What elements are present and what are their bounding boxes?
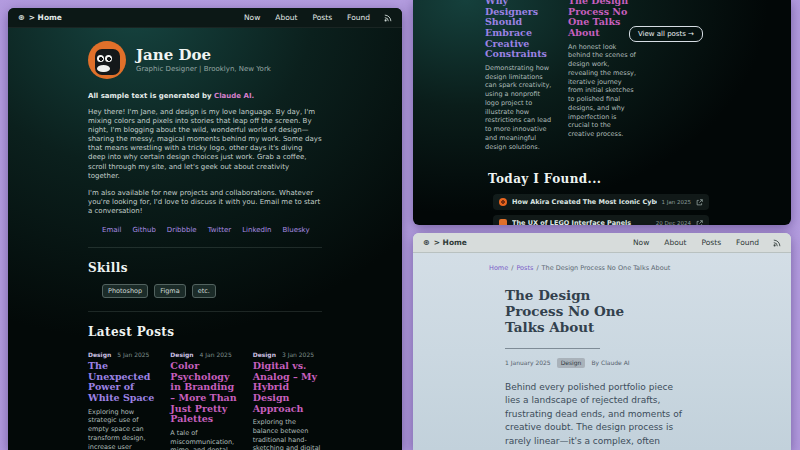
post-category[interactable]: Design [170, 351, 193, 358]
blog-home-window: ⊛ > Home NowAboutPostsFound Jane Doe Gra [8, 8, 402, 450]
posts-grid-continued: Life 2 Jan 2025 Why Designers Should Emb… [485, 0, 638, 151]
post-card: Design 1 Jan 2025 The Design Process No … [568, 0, 638, 151]
skill-tag[interactable]: Figma [154, 284, 186, 298]
social-link[interactable]: Bluesky [282, 226, 309, 234]
profile-name: Jane Doe [136, 47, 271, 64]
bio-paragraph-1: Hey there! I'm Jane, and design is my lo… [88, 108, 322, 181]
avatar [88, 41, 126, 79]
found-list: How Akira Created The Most Iconic CyberP… [493, 194, 709, 225]
social-links: EmailGithubDribbbleTwitterLinkedInBluesk… [102, 226, 322, 234]
social-link[interactable]: Dribbble [167, 226, 197, 234]
post-excerpt: Exploring the balance between traditiona… [253, 418, 322, 450]
post-date: 5 Jan 2025 [117, 351, 149, 358]
post-category[interactable]: Design [88, 351, 111, 358]
nav-link[interactable]: Now [244, 13, 260, 22]
article-tag[interactable]: Design [557, 358, 586, 368]
favicon-icon [499, 219, 507, 225]
today-i-found-heading: Today I Found... [488, 172, 791, 186]
article-window: ⊛ > Home NowAboutPostsFound Home/Posts/T… [413, 233, 791, 450]
found-item-title: The UX of LEGO Interface Panels [512, 219, 651, 225]
post-date: 4 Jan 2025 [200, 351, 232, 358]
profile-tagline: Graphic Designer | Brooklyn, New York [136, 65, 271, 73]
site-header: ⊛ > Home NowAboutPostsFound [8, 8, 402, 28]
view-all-posts-button[interactable]: View all posts → [629, 26, 703, 42]
post-title-link[interactable]: Digital vs. Analog – My Hybrid Design Ap… [253, 361, 322, 414]
post-title-link[interactable]: The Design Process No One Talks About [568, 0, 638, 39]
skills-heading: Skills [88, 261, 322, 275]
home-breadcrumb[interactable]: ⊛ > Home [18, 13, 62, 22]
found-item[interactable]: How Akira Created The Most Iconic CyberP… [493, 194, 709, 210]
post-excerpt: An honest look behind the scenes of desi… [568, 43, 638, 139]
breadcrumb-home-link[interactable]: Home [489, 264, 508, 272]
skill-tag[interactable]: etc. [192, 284, 216, 298]
site-logo-icon: ⊛ [18, 14, 25, 22]
nav-link[interactable]: Posts [701, 238, 721, 247]
external-link-icon [696, 220, 703, 225]
site-logo-icon: ⊛ [423, 239, 430, 247]
found-item[interactable]: The UX of LEGO Interface Panels 20 Dec 2… [493, 215, 709, 225]
post-card: Design 3 Jan 2025 Digital vs. Analog – M… [253, 351, 322, 450]
bio-paragraph-2: I'm also available for new projects and … [88, 189, 322, 216]
scrolled-content: Life 2 Jan 2025 Why Designers Should Emb… [413, 0, 791, 211]
breadcrumb-posts-link[interactable]: Posts [516, 264, 533, 272]
section-divider [88, 311, 322, 312]
breadcrumb-separator: / [536, 264, 538, 272]
breadcrumb-current: The Design Process No One Talks About [542, 264, 671, 272]
found-item-date: 20 Dec 2024 [656, 220, 691, 225]
brand-label: > Home [434, 238, 467, 247]
nav-link[interactable]: Found [347, 13, 370, 22]
sample-text-credit: All sample text is generated by Claude A… [88, 92, 322, 100]
desktop-background: ⊛ > Home NowAboutPostsFound Jane Doe Gra [0, 0, 800, 450]
main-nav: NowAboutPostsFound [244, 13, 370, 22]
post-category[interactable]: Design [253, 351, 276, 358]
brand-label: > Home [29, 13, 62, 22]
home-content: Jane Doe Graphic Designer | Brooklyn, Ne… [8, 28, 402, 450]
post-date: 3 Jan 2025 [282, 351, 314, 358]
found-item-title: How Akira Created The Most Iconic CyberP… [512, 198, 657, 206]
blog-scrolled-window: Life 2 Jan 2025 Why Designers Should Emb… [413, 0, 791, 225]
rss-icon[interactable] [384, 14, 392, 22]
section-divider [88, 247, 322, 248]
article-lead-paragraph: Behind every polished portfolio piece li… [505, 381, 691, 450]
found-item-date: 1 Jan 2025 [662, 199, 691, 205]
post-excerpt: Demonstrating how design limitations can… [485, 64, 555, 152]
breadcrumb-separator: / [511, 264, 513, 272]
claude-ai-link[interactable]: Claude AI. [214, 92, 254, 100]
post-card: Life 2 Jan 2025 Why Designers Should Emb… [485, 0, 555, 151]
social-link[interactable]: Email [102, 226, 121, 234]
external-link-icon [696, 199, 703, 206]
favicon-icon [499, 198, 507, 206]
social-link[interactable]: Twitter [208, 226, 231, 234]
rss-icon[interactable] [773, 239, 781, 247]
post-title-link[interactable]: Why Designers Should Embrace Creative Co… [485, 0, 555, 60]
nav-link[interactable]: Now [633, 238, 649, 247]
post-meta: Design 5 Jan 2025 [88, 351, 157, 358]
article-byline: By Claude AI [591, 359, 629, 366]
mascot-face-icon [95, 49, 120, 75]
title-divider [505, 348, 600, 349]
site-header: ⊛ > Home NowAboutPostsFound [413, 233, 791, 253]
article-date: 1 January 2025 [505, 359, 551, 366]
nav-link[interactable]: About [275, 13, 297, 22]
post-meta: Design 4 Jan 2025 [170, 351, 239, 358]
post-card: Design 5 Jan 2025 The Unexpected Power o… [88, 351, 157, 450]
home-breadcrumb[interactable]: ⊛ > Home [423, 238, 467, 247]
social-link[interactable]: LinkedIn [242, 226, 271, 234]
latest-posts-heading: Latest Posts [88, 325, 322, 339]
article-meta: 1 January 2025 Design By Claude AI [505, 358, 751, 368]
article-body: The Design Process No One Talks About 1 … [505, 287, 751, 450]
breadcrumb: Home/Posts/The Design Process No One Tal… [489, 264, 751, 272]
nav-link[interactable]: Found [736, 238, 759, 247]
skills-tags: PhotoshopFigmaetc. [102, 284, 322, 298]
skill-tag[interactable]: Photoshop [102, 284, 148, 298]
post-title-link[interactable]: The Unexpected Power of White Space [88, 361, 157, 404]
nav-link[interactable]: About [664, 238, 686, 247]
post-title-link[interactable]: Color Psychology in Branding – More Than… [170, 361, 239, 425]
article-content: Home/Posts/The Design Process No One Tal… [413, 253, 791, 450]
post-excerpt: A tale of miscommunication, mime, and de… [170, 429, 239, 450]
profile-block: Jane Doe Graphic Designer | Brooklyn, Ne… [88, 41, 322, 79]
nav-link[interactable]: Posts [312, 13, 332, 22]
post-meta: Design 3 Jan 2025 [253, 351, 322, 358]
social-link[interactable]: Github [132, 226, 155, 234]
post-excerpt: Exploring how strategic use of empty spa… [88, 408, 157, 450]
